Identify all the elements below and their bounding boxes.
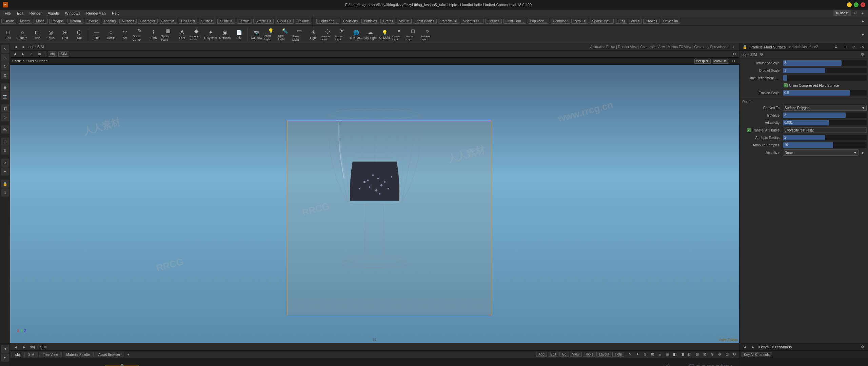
toolbar-tab-drivesim[interactable]: Drive Sim — [661, 19, 680, 24]
ng-layout-2[interactable]: ◨ — [679, 351, 686, 358]
union-compressed-check[interactable]: ✓ — [784, 83, 788, 87]
sidebar-select[interactable]: ↖ — [1, 45, 9, 53]
toolbar-tab-lightsand[interactable]: Lights and... — [316, 19, 339, 24]
toolbar-tab-muscles[interactable]: Muscles — [119, 19, 137, 24]
sidebar-move[interactable]: ⊹ — [1, 54, 9, 62]
toolbar-tab-volume[interactable]: Volume — [295, 19, 311, 24]
convert-to-dropdown[interactable]: Surface Polygon ▼ — [783, 105, 867, 111]
obj-box[interactable]: □ Box — [1, 26, 15, 43]
keys-back[interactable]: ◄ — [742, 344, 748, 350]
viewport-animation-editor-link[interactable]: Animation Editor — [590, 45, 615, 49]
obj-spraypaint[interactable]: ▦ Spray Paint — [161, 26, 175, 43]
toolbar-tab-grains[interactable]: Grains — [380, 19, 395, 24]
toolbar-tab-rigidbodies[interactable]: Rigid Bodies — [413, 19, 437, 24]
toolbar-tab-rigging[interactable]: Rigging — [102, 19, 118, 24]
workspace-add[interactable]: + — [859, 10, 866, 17]
toolbar-tab-modify[interactable]: Modify — [18, 19, 32, 24]
ng-tab-treeview[interactable]: Tree View — [39, 352, 61, 357]
ng-tab-add[interactable]: + — [125, 351, 132, 358]
menu-help[interactable]: Help — [109, 11, 122, 16]
obj-tube[interactable]: ⊓ Tube — [30, 26, 43, 43]
toolbar-tab-guidep[interactable]: Guide P. — [199, 19, 216, 24]
vp-tb-settings[interactable]: ⚙ — [731, 50, 738, 57]
viewport-canvas[interactable]: X Y Z 31 Indie Edition 人人素材 RRCG 人人素材 RR… — [10, 65, 739, 343]
sidebar-scale[interactable]: ⊠ — [1, 71, 9, 79]
toolbar-tab-pyrofx[interactable]: Pyro FX — [571, 19, 588, 24]
transfer-attrs-check[interactable]: ✓ — [747, 128, 751, 132]
toolbar-tab-polygon[interactable]: Polygon — [49, 19, 66, 24]
obj-platonic[interactable]: ◆ Platonic Solids — [190, 26, 203, 43]
breadcrumb-sim[interactable]: SIM — [37, 45, 44, 49]
menu-windows[interactable]: Windows — [62, 11, 83, 16]
obj-grid[interactable]: ⊞ Grid — [58, 26, 72, 43]
ng-toolbar-view[interactable]: View — [570, 352, 582, 357]
obj-arc[interactable]: ◠ Arc — [118, 26, 132, 43]
viewport-persp-dropdown[interactable]: Persp ▼ — [694, 59, 711, 64]
vp-tb-zoom[interactable]: ⊕ — [36, 50, 43, 57]
ng-toolbar-layout[interactable]: Layout — [596, 352, 611, 357]
viewport-render-view-link[interactable]: Render View — [618, 45, 637, 49]
viewport-geometry-spreadsheet-link[interactable]: Geometry Spreadsheet — [694, 45, 729, 49]
toolbar-tab-guideb[interactable]: Guide B. — [217, 19, 235, 24]
key-all-channels-btn[interactable]: Key All Channels — [742, 352, 772, 357]
breadcrumb-obj[interactable]: obj — [28, 45, 34, 49]
viewport-back[interactable]: ◄ — [12, 43, 19, 50]
sidebar-lock[interactable]: 🔒 — [1, 180, 9, 188]
viewport-cam-dropdown[interactable]: cam1 ▼ — [713, 59, 728, 64]
visualize-dropdown[interactable]: None ▼ — [783, 149, 859, 156]
adaptivity-slider[interactable]: 0.001 — [783, 120, 867, 125]
param-panel-help[interactable]: ? — [850, 44, 857, 50]
obj-path[interactable]: ⌇ Path — [147, 26, 160, 43]
rpanel-bc-sim[interactable]: SIM — [750, 53, 757, 57]
param-panel-expand[interactable]: ⊞ — [842, 44, 848, 50]
sidebar-abc[interactable]: abc — [1, 125, 9, 134]
toolbar-tab-wires[interactable]: Wires — [629, 19, 642, 24]
vp-tb-back[interactable]: ◄ — [12, 50, 18, 57]
toolbar-tab-viscous[interactable]: Viscous Fl... — [461, 19, 484, 24]
ng-layout-3[interactable]: ◫ — [686, 351, 693, 358]
toolbar-tab-hairutils[interactable]: Hair Utils — [179, 19, 197, 24]
obj-light[interactable]: ☀ Light — [307, 26, 320, 43]
ng-back[interactable]: ◄ — [12, 344, 19, 350]
ng-bc-sim[interactable]: SIM — [40, 345, 47, 349]
ng-sidebar-btn2[interactable]: ► — [1, 353, 9, 362]
obj-volumelight[interactable]: ◌ Volume Light — [321, 26, 334, 43]
toolbar-tab-container[interactable]: Container — [551, 19, 570, 24]
obj-oillight[interactable]: 💡 OI Light — [378, 26, 391, 43]
ng-toolbar-tools[interactable]: Tools — [583, 352, 595, 357]
isovalue-slider[interactable]: 8 — [783, 113, 867, 118]
rpanel-bc-settings[interactable]: ⚙ — [758, 51, 765, 58]
toolbar-tab-character[interactable]: Character — [138, 19, 158, 24]
obj-torus[interactable]: ◎ Torus — [44, 26, 58, 43]
ng-fit[interactable]: ⊡ — [724, 351, 730, 358]
obj-distantlight[interactable]: ☀ Distant Light — [335, 26, 349, 43]
keys-fwd[interactable]: ► — [750, 344, 756, 350]
toolbar-tab-deform[interactable]: Deform — [67, 19, 83, 24]
workspace-settings[interactable]: ⚙ — [852, 10, 859, 17]
toolbar2-expand[interactable]: ▸ — [860, 31, 867, 38]
sidebar-handle[interactable]: ⊞ — [1, 138, 9, 146]
obj-font[interactable]: A Font — [175, 26, 189, 43]
sidebar-rotate[interactable]: ↻ — [1, 62, 9, 70]
menu-renderman[interactable]: RenderMan — [83, 11, 108, 16]
visualize-extra[interactable]: ▸ — [860, 149, 867, 156]
toolbar-tab-texture[interactable]: Texture — [85, 19, 101, 24]
obj-portallight[interactable]: □ Portal Light — [406, 26, 420, 43]
ng-tab-materialpalette[interactable]: Material Palette — [63, 352, 94, 357]
obj-nut[interactable]: ⬡ Nut — [73, 26, 86, 43]
node-bubblesim-input[interactable] — [121, 364, 123, 366]
ng-tab-obj[interactable]: obj — [12, 352, 23, 357]
rpanel-settings[interactable]: ⚙ — [859, 51, 866, 58]
obj-spotlight[interactable]: 🔦 Spot Light — [278, 26, 292, 43]
ng-tool-1[interactable]: ↖ — [627, 351, 633, 358]
ng-tool-6[interactable]: ≣ — [664, 351, 671, 358]
ng-tool-2[interactable]: ✦ — [634, 351, 641, 358]
obj-ambientlight[interactable]: ○ Ambient Light — [420, 26, 434, 43]
minimize-button[interactable]: — — [847, 2, 852, 7]
ng-fwd[interactable]: ► — [21, 344, 28, 350]
node-graph-canvas[interactable]: Geometry bubblesSim_v01 SOS GF tribes ac… — [10, 358, 739, 366]
keys-settings[interactable]: ⚙ — [859, 344, 866, 350]
menu-main-tab[interactable]: ⊞ Main — [833, 10, 851, 16]
obj-circle[interactable]: ○ Circle — [104, 26, 118, 43]
toolbar-tab-sparsepyr[interactable]: Sparse Pyr... — [590, 19, 614, 24]
